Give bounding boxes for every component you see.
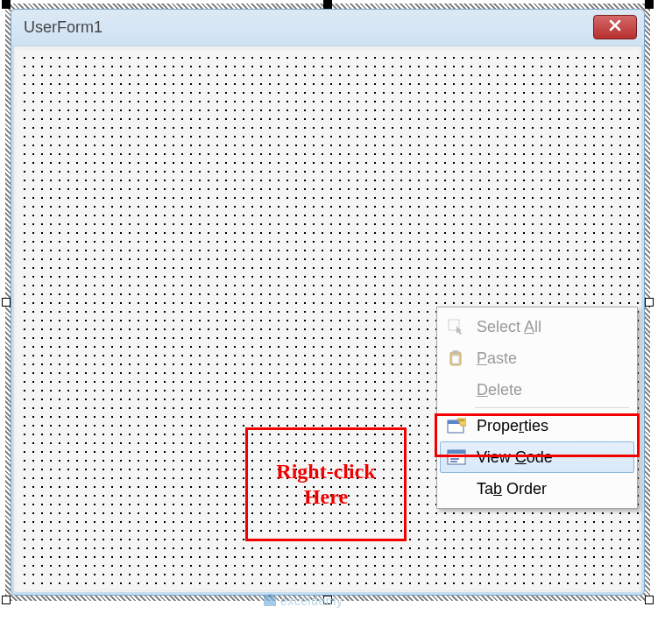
menu-item-delete[interactable]: Delete bbox=[440, 374, 634, 406]
menu-label: Delete bbox=[477, 381, 522, 399]
menu-label: Tab Order bbox=[477, 480, 547, 498]
menu-label: Paste bbox=[477, 349, 517, 368]
menu-item-properties[interactable]: Properties bbox=[440, 410, 634, 441]
resize-handle[interactable] bbox=[645, 0, 654, 9]
resize-handle[interactable] bbox=[323, 596, 332, 604]
close-icon bbox=[608, 18, 622, 36]
svg-rect-7 bbox=[448, 450, 465, 454]
window-title: UserForm1 bbox=[24, 18, 103, 37]
menu-label: View Code bbox=[477, 448, 553, 467]
titlebar[interactable]: UserForm1 bbox=[11, 10, 644, 46]
resize-handle[interactable] bbox=[2, 0, 11, 9]
menu-item-paste[interactable]: Paste bbox=[440, 342, 634, 374]
resize-handle[interactable] bbox=[2, 596, 11, 604]
view-code-icon bbox=[443, 449, 470, 465]
resize-handle[interactable] bbox=[2, 298, 11, 307]
resize-handle[interactable] bbox=[645, 596, 654, 604]
select-all-icon bbox=[443, 319, 470, 335]
context-menu: Select All Paste Delete Properties bbox=[436, 307, 638, 509]
svg-rect-3 bbox=[452, 356, 459, 363]
resize-handle[interactable] bbox=[323, 0, 332, 9]
menu-separator bbox=[475, 407, 629, 408]
svg-rect-2 bbox=[453, 350, 458, 354]
designer-selection-frame: UserForm1 bbox=[5, 4, 650, 601]
menu-item-select-all[interactable]: Select All bbox=[440, 311, 634, 342]
menu-item-view-code[interactable]: View Code bbox=[440, 441, 634, 473]
menu-item-tab-order[interactable]: Tab Order bbox=[440, 473, 634, 504]
menu-label: Properties bbox=[477, 417, 548, 435]
paste-icon bbox=[443, 349, 470, 367]
resize-handle[interactable] bbox=[645, 298, 654, 307]
menu-label: Select All bbox=[477, 318, 541, 336]
close-button[interactable] bbox=[593, 15, 637, 39]
properties-icon bbox=[443, 417, 470, 434]
